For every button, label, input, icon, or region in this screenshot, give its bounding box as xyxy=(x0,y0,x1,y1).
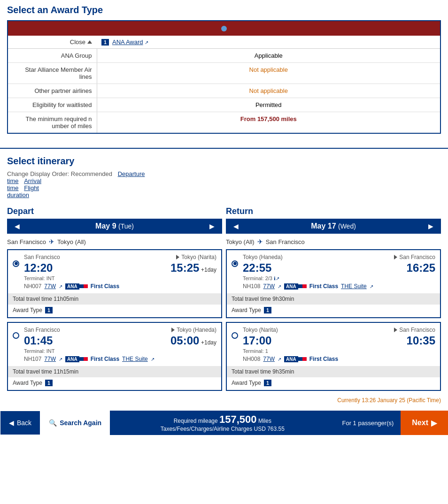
depart-date-nav: ◀ May 9 (Tue) ▶ xyxy=(7,219,222,234)
return-date-label: May 17 (Wed) xyxy=(241,222,425,230)
star-alliance-value: Not applicable xyxy=(97,63,440,84)
return-f2-from: Tokyo (Narita) xyxy=(243,327,278,333)
return-f1-dest: San Francisco xyxy=(394,254,435,260)
suite-ext-icon-r1: ↗ xyxy=(370,284,373,289)
depart-flight-2-times: 01:45 05:00 +1day xyxy=(24,334,216,347)
ext-link-icon: ↗ xyxy=(59,284,62,289)
close-button[interactable]: Close xyxy=(70,38,92,46)
award-type-badge-r2: 1 xyxy=(264,380,271,386)
depart-f1-flight-num: NH007 xyxy=(24,283,41,290)
depart-f2-cabin: First Class xyxy=(91,356,119,362)
return-f2-travel-time: Total travel time 9h35min xyxy=(227,366,440,377)
depart-flight-1-times: 12:20 15:25 +1day xyxy=(24,261,216,275)
depart-prev-arrow[interactable]: ◀ xyxy=(12,221,23,231)
return-f1-travel-time: Total travel time 9h30min xyxy=(227,293,440,305)
other-partners-label: Other partner airlines xyxy=(8,84,97,98)
depart-column: Depart ◀ May 9 (Tue) ▶ San Francisco ✈ T… xyxy=(7,204,222,395)
return-prev-arrow[interactable]: ◀ xyxy=(231,221,241,231)
depart-radio-circle-1[interactable] xyxy=(13,260,19,267)
return-radio-circle-2[interactable] xyxy=(232,332,238,339)
depart-f1-details: NH007 77W ↗ ANA First Class xyxy=(24,283,216,290)
depart-flight-2-info: San Francisco Tokyo (Haneda) 01:45 05:00 xyxy=(24,327,216,362)
next-label: Next xyxy=(412,419,428,427)
plane-icon-depart: ✈ xyxy=(49,238,54,245)
next-button[interactable]: Next ▶ xyxy=(401,411,448,435)
mileage-info: Required mileage 157,500 Miles Taxes/Fee… xyxy=(110,413,335,432)
arrow-icon-r1 xyxy=(394,255,397,260)
collapse-icon xyxy=(87,40,92,44)
display-order-value: Recommended xyxy=(71,170,112,177)
return-f1-depart-time: 22:55 xyxy=(243,261,271,275)
return-flight-1-main: Tokyo (Haneda) San Francisco 22:55 16:25 xyxy=(227,250,440,293)
return-route: Tokyo (All) ✈ San Francisco xyxy=(226,236,441,249)
depart-flight-2: San Francisco Tokyo (Haneda) 01:45 05:00 xyxy=(7,322,222,391)
return-to: San Francisco xyxy=(266,238,305,245)
return-f2-aircraft[interactable]: 77W xyxy=(263,356,275,362)
award-type-label-r1: Award Type xyxy=(232,307,261,313)
depart-flight-2-top: San Francisco Tokyo (Haneda) 01:45 05:00 xyxy=(13,327,216,362)
depart-f1-award-row: Award Type 1 xyxy=(8,305,221,317)
return-radio-circle-1[interactable] xyxy=(232,260,238,267)
ana-text-r2: ANA xyxy=(284,356,298,362)
depart-f2-suite[interactable]: THE Suite xyxy=(122,356,148,362)
depart-from: San Francisco xyxy=(7,238,46,245)
award-type-table: Close 1 ANA Award ↗ ANA Group Applicable… xyxy=(7,20,441,134)
display-order-row: Change Display Order: Recommended Depart… xyxy=(7,170,441,199)
return-flight-2-airports: Tokyo (Narita) San Francisco xyxy=(243,327,435,333)
return-day: (Wed) xyxy=(338,222,356,230)
search-again-button[interactable]: 🔍 Search Again xyxy=(40,411,110,435)
depart-f1-arrive: 15:25 +1day xyxy=(170,261,216,275)
award-row-star-alliance: Star Alliance Member Airlines Not applic… xyxy=(8,63,440,84)
award-type-label-2: Award Type xyxy=(13,380,42,386)
depart-date-label: May 9 (Tue) xyxy=(23,222,207,230)
return-flight-1-airports: Tokyo (Haneda) San Francisco xyxy=(243,254,435,260)
depart-f1-aircraft[interactable]: 77W xyxy=(44,283,56,290)
return-f1-suite[interactable]: THE Suite xyxy=(341,283,367,290)
required-mileage-row: Required mileage 157,500 Miles xyxy=(110,413,335,426)
award-link[interactable]: ANA Award xyxy=(112,38,143,46)
itinerary-section: Select itinerary Change Display Order: R… xyxy=(0,156,448,411)
depart-f1-travel-time: Total travel time 11h05min xyxy=(8,293,221,305)
depart-radio-1[interactable] xyxy=(13,254,19,267)
depart-radio-2[interactable] xyxy=(13,327,19,340)
itinerary-columns: Depart ◀ May 9 (Tue) ▶ San Francisco ✈ T… xyxy=(7,204,441,395)
award-badge: 1 xyxy=(101,39,109,46)
ext-link-icon-r1: ↗ xyxy=(278,284,281,289)
award-type-badge-r1: 1 xyxy=(264,307,271,313)
return-from: Tokyo (All) xyxy=(226,238,255,245)
return-f2-award-row: Award Type 1 xyxy=(227,377,440,390)
depart-f2-depart-time: 01:45 xyxy=(24,334,53,347)
arrow-icon-r2 xyxy=(394,328,397,332)
award-row-ana-group: ANA Group Applicable xyxy=(8,49,440,63)
ana-stripe-2 xyxy=(79,357,88,361)
depart-f2-aircraft[interactable]: 77W xyxy=(44,356,56,362)
depart-f1-next-day: +1day xyxy=(201,267,216,273)
return-f1-aircraft[interactable]: 77W xyxy=(263,283,275,290)
award-name-cell: 1 ANA Award ↗ xyxy=(97,36,440,49)
award-type-section: Select an Award Type Close 1 ANA Award xyxy=(0,0,448,141)
return-f2-details: NH008 77W ↗ ANA First Class xyxy=(243,356,435,362)
ana-logo-r1: ANA xyxy=(284,283,307,290)
depart-f1-dest: Tokyo (Narita) xyxy=(176,254,216,260)
depart-radio-circle-2[interactable] xyxy=(13,332,19,339)
award-row-min-miles: The minimum required number of miles Fro… xyxy=(8,112,440,134)
return-next-arrow[interactable]: ▶ xyxy=(425,221,436,231)
other-partners-value: Not applicable xyxy=(97,84,440,98)
ana-stripe-r2 xyxy=(298,357,307,361)
depart-f1-to: Tokyo (Narita) xyxy=(181,254,216,260)
waitlist-value: Permitted xyxy=(97,98,440,112)
depart-f2-flight-num: NH107 xyxy=(24,356,41,362)
depart-header: Depart xyxy=(7,204,222,219)
back-button[interactable]: ◀ Back xyxy=(0,411,40,435)
return-radio-1[interactable] xyxy=(232,254,238,267)
return-f1-to: San Francisco xyxy=(399,254,435,260)
close-cell: Close xyxy=(8,36,97,49)
depart-next-arrow[interactable]: ▶ xyxy=(207,221,217,231)
depart-f2-terminal: Terminal: INT xyxy=(24,348,216,354)
ext-link-icon-2: ↗ xyxy=(59,357,62,362)
ana-text-r1: ANA xyxy=(284,283,298,290)
return-header: Return xyxy=(226,204,441,219)
return-f1-arrive-time: 16:25 xyxy=(407,261,435,275)
return-radio-2[interactable] xyxy=(232,327,238,340)
terminal-info-icon: ℹ↗ xyxy=(274,276,279,281)
